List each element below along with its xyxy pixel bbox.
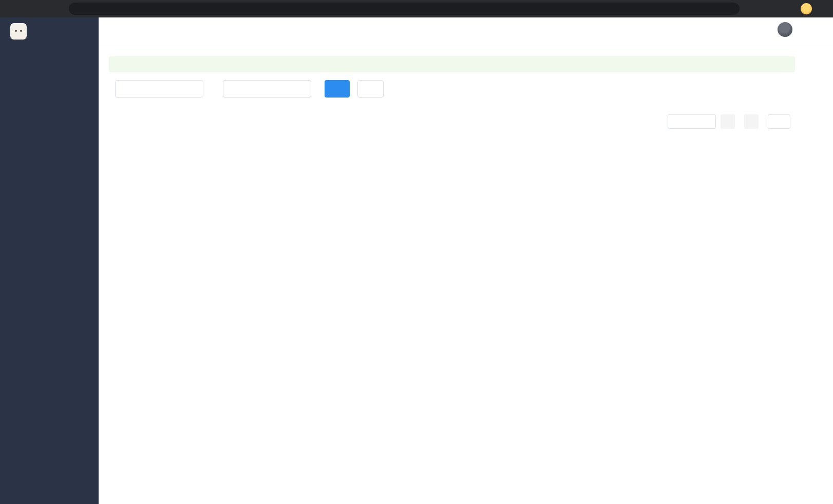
goto-page-input[interactable] [768,114,790,129]
user-id-input[interactable] [115,80,203,98]
font-size-icon[interactable] [759,25,767,34]
tab-bar [99,41,833,48]
chevron-right-icon [748,119,754,125]
chevron-left-icon [725,119,731,125]
github-icon[interactable] [706,25,715,34]
main-area [99,17,833,504]
prev-page-button[interactable] [721,114,735,129]
user-avatar[interactable] [778,22,792,37]
search-button[interactable] [325,80,350,98]
browser-profile-avatar[interactable] [801,3,812,14]
filter-bar [109,80,795,98]
app-logo-row[interactable] [0,17,99,45]
doc-alert [109,56,795,72]
address-bar[interactable] [69,3,740,15]
check-circle-icon [116,61,123,68]
user-type-select[interactable] [223,80,311,98]
help-icon[interactable] [724,25,732,34]
page-size-select[interactable] [668,114,716,129]
search-icon [332,86,339,92]
sidebar [0,17,99,504]
fullscreen-icon[interactable] [741,25,750,34]
next-page-button[interactable] [744,114,759,129]
reset-button[interactable] [357,80,384,98]
chevron-down-icon [299,86,306,92]
sidebar-collapse-icon[interactable] [108,25,117,34]
refresh-icon [366,86,372,92]
header-tools [689,22,805,37]
page-header [99,17,833,41]
chevron-down-icon [705,119,711,125]
browser-toolbar [0,0,833,17]
search-icon[interactable] [689,25,697,34]
app-logo [10,23,27,40]
content [99,48,833,504]
pagination [109,114,795,139]
